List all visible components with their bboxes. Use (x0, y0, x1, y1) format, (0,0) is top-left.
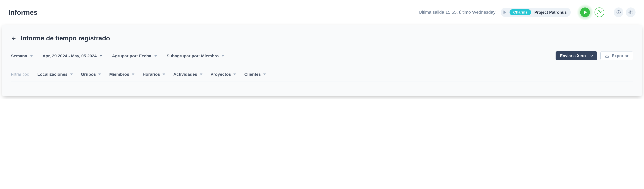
filter-item-label: Horarios (142, 72, 160, 77)
filter-item-label: Clientes (244, 72, 261, 77)
settings-icon (628, 10, 633, 14)
chevron-down-icon (162, 74, 165, 75)
chevron-down-icon (30, 55, 33, 57)
filter-schedules[interactable]: Horarios (142, 72, 165, 77)
chevron-down-icon (98, 74, 101, 75)
filter-item-label: Actividades (174, 72, 197, 77)
play-button[interactable] (580, 8, 590, 17)
app-header: Informes Última salida 15:55, último Wed… (0, 0, 644, 25)
subgroup-by-dropdown[interactable]: Subagrupar por: Miembro (167, 54, 224, 58)
export-button[interactable]: Exportar (600, 51, 633, 60)
app-title: Informes (8, 8, 38, 16)
period-label: Semana (11, 54, 27, 58)
date-range-label: Apr, 29 2024 - May, 05 2024 (42, 54, 97, 58)
project-name: Project Patronus (534, 10, 567, 15)
chevron-down-icon (132, 74, 134, 75)
send-to-xero-label: Enviar a Xero (560, 54, 586, 58)
filter-row: Filtrar por: Localizaciones Grupos Miemb… (11, 66, 633, 82)
subgroup-by-label: Subagrupar por: Miembro (167, 54, 219, 58)
filter-item-label: Localizaciones (37, 72, 68, 77)
help-icon (616, 10, 621, 14)
filter-item-label: Miembros (109, 72, 129, 77)
play-icon (584, 10, 587, 14)
download-icon (605, 54, 609, 58)
filter-item-label: Proyectos (210, 72, 231, 77)
chevron-down-icon (70, 74, 73, 75)
play-button-halo (577, 4, 593, 20)
page-body: Informe de tiempo registrado Semana Apr,… (2, 25, 642, 96)
period-dropdown[interactable]: Semana (11, 54, 33, 58)
page-title: Informe de tiempo registrado (20, 34, 110, 42)
filter-projects[interactable]: Proyectos (210, 72, 236, 77)
chevron-down-icon (222, 55, 224, 57)
svg-point-0 (598, 10, 600, 12)
filter-clients[interactable]: Clientes (244, 72, 266, 77)
date-range-dropdown[interactable]: Apr, 29 2024 - May, 05 2024 (42, 54, 102, 58)
toolbar-row: Semana Apr, 29 2024 - May, 05 2024 Agrup… (11, 51, 633, 66)
chevron-down-icon (233, 74, 236, 75)
user-check-button[interactable] (594, 8, 604, 17)
chevron-down-icon (200, 74, 202, 75)
filter-label: Filtrar por: (11, 72, 29, 77)
export-label: Exportar (612, 54, 628, 58)
help-button[interactable] (614, 8, 624, 17)
user-check-icon (597, 10, 602, 15)
group-by-dropdown[interactable]: Agrupar por: Fecha (112, 54, 157, 58)
chevron-down-icon (590, 54, 594, 58)
filter-groups[interactable]: Grupos (81, 72, 101, 77)
filter-members[interactable]: Miembros (109, 72, 134, 77)
filter-item-label: Grupos (81, 72, 96, 77)
last-exit-status: Última salida 15:55, último Wednesday (419, 10, 496, 15)
group-by-label: Agrupar por: Fecha (112, 54, 152, 58)
page-title-row: Informe de tiempo registrado (11, 34, 633, 42)
chip-charms: Charms (510, 9, 531, 15)
settings-button[interactable] (626, 8, 636, 17)
filter-locations[interactable]: Localizaciones (37, 72, 73, 77)
chevron-down-icon (154, 55, 157, 57)
back-button[interactable] (11, 36, 16, 41)
send-to-xero-button[interactable]: Enviar a Xero (556, 51, 597, 60)
chevron-down-icon (100, 55, 102, 57)
filter-activities[interactable]: Actividades (174, 72, 202, 77)
status-pill[interactable]: Charms Project Patronus (501, 8, 571, 17)
play-icon (504, 10, 506, 14)
arrow-left-icon (11, 36, 16, 41)
chevron-down-icon (263, 74, 266, 75)
